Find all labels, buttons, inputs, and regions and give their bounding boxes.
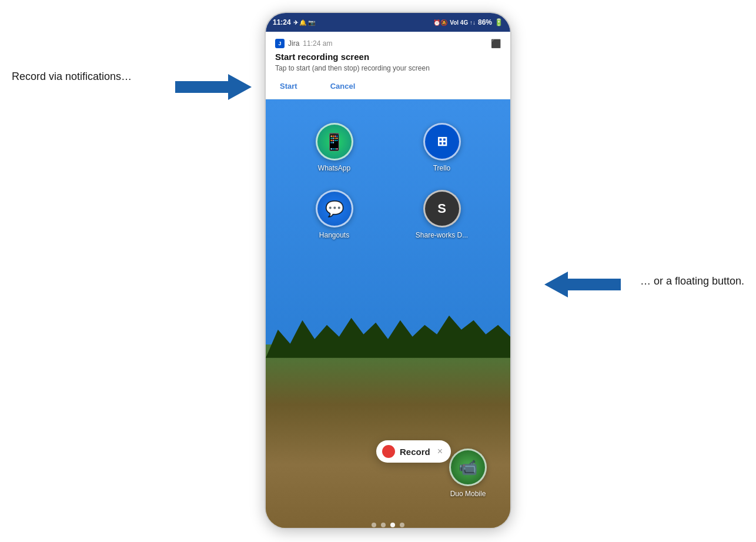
trello-icon-glyph: ⊞	[437, 134, 447, 149]
arrow-right	[544, 272, 621, 300]
whatsapp-label: WhatsApp	[318, 164, 350, 172]
status-bar-right: ⏰🔕 Vol 4G ↑↓ 86% 🔋	[433, 18, 503, 26]
shareworks-label: Share-works D...	[416, 231, 468, 239]
phone-device: 11:24 ✈ 🔔 📷 ⏰🔕 Vol 4G ↑↓ 86% 🔋 J Jira 11…	[265, 12, 511, 529]
record-dot-icon	[382, 445, 395, 458]
whatsapp-icon-glyph: 📱	[324, 132, 344, 152]
duo-label: Duo Mobile	[450, 490, 486, 498]
notification-time: 11:24 am	[303, 39, 332, 48]
app-icon-whatsapp[interactable]: 📱 WhatsApp	[289, 123, 379, 172]
notification-cancel-button[interactable]: Cancel	[326, 81, 360, 92]
whatsapp-icon-circle: 📱	[316, 123, 353, 160]
record-label: Record	[400, 447, 430, 457]
record-close-button[interactable]: ×	[437, 446, 443, 457]
notification-card: J Jira 11:24 am ⬛ Start recording screen…	[266, 32, 510, 99]
notification-title: Start recording screen	[275, 52, 501, 62]
status-bar: 11:24 ✈ 🔔 📷 ⏰🔕 Vol 4G ↑↓ 86% 🔋	[266, 13, 510, 32]
page-dot-3-active[interactable]	[390, 523, 395, 527]
svg-marker-0	[175, 74, 252, 100]
status-time: 11:24	[273, 18, 291, 26]
status-network: Vol 4G ↑↓	[450, 19, 476, 26]
notification-app-info: J Jira 11:24 am	[275, 39, 332, 48]
jira-icon: J	[275, 39, 285, 48]
annotation-right-text: … or a floating button.	[640, 275, 744, 287]
app-icon-trello[interactable]: ⊞ Trello	[397, 123, 487, 172]
notification-header: J Jira 11:24 am ⬛	[275, 39, 501, 48]
trello-icon-circle: ⊞	[423, 123, 461, 160]
app-grid: 📱 WhatsApp ⊞ Trello 💬 Hangouts	[266, 111, 510, 251]
app-icon-hangouts[interactable]: 💬 Hangouts	[289, 190, 379, 239]
notification-body: Tap to start (and then stop) recording y…	[275, 64, 501, 72]
trello-label: Trello	[433, 164, 451, 172]
home-screen: 📱 WhatsApp ⊞ Trello 💬 Hangouts	[266, 99, 510, 529]
annotation-left-text: Record via notifications…	[12, 71, 132, 83]
page-dot-1[interactable]	[372, 523, 376, 527]
app-icon-duo[interactable]: 📹 Duo Mobile	[449, 449, 487, 498]
notification-actions: Start Cancel	[275, 78, 501, 92]
battery-icon: 🔋	[494, 18, 503, 26]
notification-app-name: Jira	[288, 39, 299, 48]
notification-start-button[interactable]: Start	[275, 81, 302, 92]
duo-icon-circle: 📹	[449, 449, 487, 486]
ground-background	[266, 344, 510, 529]
floating-record-button[interactable]: Record ×	[376, 440, 451, 463]
arrow-left	[175, 74, 252, 102]
record-inner-circle	[385, 448, 392, 455]
status-alarm-icon: ⏰🔕	[433, 19, 447, 26]
status-icons: ✈ 🔔 📷	[293, 19, 316, 26]
shareworks-icon-glyph: S	[437, 201, 446, 216]
page-dot-4[interactable]	[400, 523, 404, 527]
app-icon-shareworks[interactable]: S Share-works D...	[397, 190, 487, 239]
notification-stack-icon: ⬛	[491, 39, 501, 48]
status-bar-left: 11:24 ✈ 🔔 📷	[273, 18, 315, 26]
hangouts-icon-circle: 💬	[316, 190, 353, 227]
page-dots	[372, 523, 404, 527]
duo-icon-glyph: 📹	[459, 459, 477, 477]
status-battery: 86%	[478, 18, 492, 26]
hangouts-icon-glyph: 💬	[325, 200, 344, 218]
shareworks-icon-circle: S	[423, 190, 461, 227]
svg-marker-1	[544, 272, 621, 297]
page-dot-2[interactable]	[381, 523, 386, 527]
hangouts-label: Hangouts	[319, 231, 349, 239]
